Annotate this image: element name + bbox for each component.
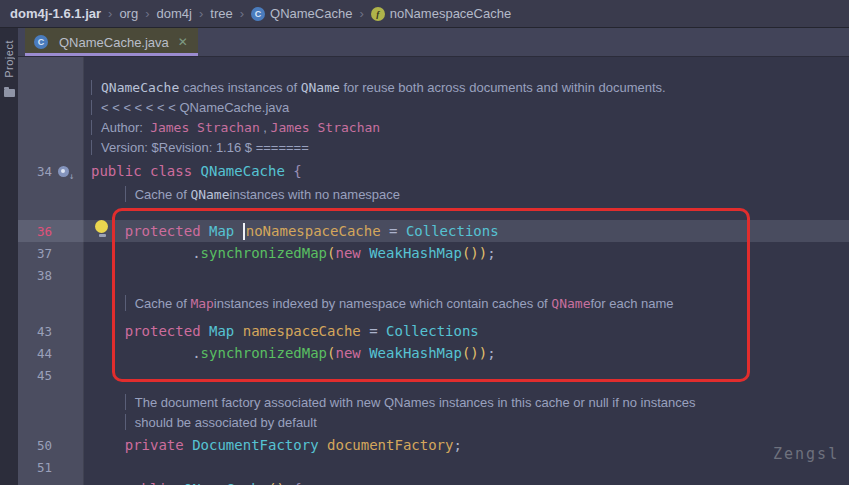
line-number[interactable]: 37 [30, 246, 52, 261]
doc-comment-line[interactable]: Version: $Revision: 1.16 $ ======= [18, 137, 849, 157]
code-editor[interactable]: QNameCache caches instances of QName for… [18, 57, 849, 485]
code-line-43[interactable]: 43 protected Map namespaceCache = Collec… [18, 320, 849, 342]
gutter-cell[interactable]: 38 [18, 268, 84, 283]
code-line-45[interactable]: 45 [18, 364, 849, 386]
line-content[interactable]: QNameCache caches instances of QName for… [84, 80, 849, 95]
code-line-37[interactable]: 37 .synchronizedMap(new WeakHashMap()); [18, 242, 849, 264]
line-number[interactable]: 38 [30, 268, 52, 283]
doc-comment-line[interactable]: should be associated by default [18, 412, 849, 432]
gutter-cell[interactable] [18, 415, 84, 429]
doc-comment-line[interactable]: Cache of QNameinstances with no namespac… [18, 184, 849, 204]
breadcrumb-separator-icon: › [138, 6, 156, 21]
gutter-cell[interactable]: 51 [18, 460, 84, 475]
line-content[interactable]: Cache of QNameinstances with no namespac… [84, 186, 849, 202]
token-plain: ; [453, 437, 461, 453]
code-line-34[interactable]: 34public class QNameCache { [18, 160, 849, 182]
code-line-50[interactable]: 50 private DocumentFactory documentFacto… [18, 434, 849, 456]
project-tool-window-button[interactable]: Project [3, 40, 15, 78]
breadcrumb-item-qnamecache[interactable]: CQNameCache [251, 6, 352, 21]
intention-bulb-icon[interactable] [95, 220, 109, 237]
code-line-38[interactable]: 38 [18, 264, 849, 286]
line-content[interactable]: The document factory associated with new… [84, 394, 849, 410]
token-paren: ( [327, 245, 335, 261]
doc-comment-line[interactable]: Cache of Mapinstances indexed by namespa… [18, 293, 849, 313]
editor-column: C QNameCache.java ✕ QNameCache caches in… [18, 28, 849, 485]
overridden-marker-icon[interactable] [58, 166, 69, 177]
tab-close-icon[interactable]: ✕ [178, 35, 188, 49]
line-number[interactable]: 50 [30, 438, 52, 453]
code-line-51[interactable]: 51 [18, 456, 849, 478]
gutter-cell[interactable] [18, 140, 84, 154]
line-number[interactable]: 36 [30, 224, 52, 239]
token-doclink: James Strachan [271, 120, 381, 135]
gutter-icon-slot [55, 100, 71, 114]
overridden-marker-icon[interactable] [55, 164, 71, 178]
token-ind [91, 295, 125, 311]
line-content[interactable]: private DocumentFactory documentFactory; [84, 437, 849, 453]
gutter-cell[interactable]: 43 [18, 324, 84, 339]
gutter-icon-slot [55, 346, 71, 360]
token-paren: () [268, 481, 285, 485]
gutter-cell[interactable] [18, 120, 84, 134]
line-number[interactable]: 43 [30, 324, 52, 339]
breadcrumb: dom4j-1.6.1.jar›org›dom4j›tree›CQNameCac… [0, 0, 849, 28]
gutter-cell[interactable]: 37 [18, 246, 84, 261]
doc-comment-line[interactable]: The document factory associated with new… [18, 392, 849, 412]
line-number[interactable]: 52 [30, 482, 52, 485]
line-number[interactable]: 44 [30, 346, 52, 361]
token-brace: { [293, 163, 301, 179]
token-cls: DocumentFactory [192, 437, 318, 453]
token-doc: Version: $Revision: 1.16 $ ======= [101, 140, 309, 155]
token-doccode: QName [190, 187, 229, 202]
token-doc: Cache of [135, 296, 191, 311]
line-number[interactable]: 34 [30, 164, 52, 179]
breadcrumb-item-org[interactable]: org [119, 6, 138, 21]
gutter-cell[interactable]: 50 [18, 438, 84, 453]
gutter-cell[interactable] [18, 395, 84, 409]
line-number[interactable]: 51 [30, 460, 52, 475]
line-content[interactable]: Author: James Strachan , James Strachan [84, 120, 849, 135]
doc-comment-line[interactable]: < < < < < < < QNameCache.java [18, 97, 849, 117]
line-content[interactable]: protected Map noNamespaceCache = Collect… [84, 223, 849, 240]
gutter-cell[interactable]: 45 [18, 368, 84, 383]
gutter-cell[interactable]: 44 [18, 346, 84, 361]
ide-window: dom4j-1.6.1.jar›org›dom4j›tree›CQNameCac… [0, 0, 849, 485]
token-doc: instances indexed by namespace which con… [214, 296, 551, 311]
gutter-cell[interactable]: 52 [18, 482, 84, 485]
token-plain [285, 481, 293, 485]
gutter-cell[interactable]: 34 [18, 164, 84, 179]
code-line-36[interactable]: 36 protected Map noNamespaceCache = Coll… [18, 220, 849, 242]
line-content[interactable]: .synchronizedMap(new WeakHashMap()); [84, 345, 849, 361]
doc-guide-line [91, 80, 92, 95]
gutter-cell[interactable] [18, 100, 84, 114]
code-line-52[interactable]: 52 public QNameCache() { [18, 478, 849, 485]
line-content[interactable]: should be associated by default [84, 414, 849, 430]
token-doc: for each name [590, 296, 673, 311]
code-line-44[interactable]: 44 .synchronizedMap(new WeakHashMap()); [18, 342, 849, 364]
line-number[interactable]: 45 [30, 368, 52, 383]
doc-guide-line [91, 100, 92, 115]
token-ind [91, 186, 125, 202]
line-content[interactable]: Cache of Mapinstances indexed by namespa… [84, 295, 849, 311]
line-content[interactable]: public QNameCache() { [84, 481, 849, 485]
line-content[interactable]: .synchronizedMap(new WeakHashMap()); [84, 245, 849, 261]
gutter-cell[interactable]: 36 [18, 224, 84, 239]
token-cls: Collections [386, 323, 479, 339]
doc-comment-line[interactable]: QNameCache caches instances of QName for… [18, 77, 849, 97]
token-kw: protected [125, 223, 209, 239]
gutter-cell[interactable] [18, 80, 84, 94]
tab-qnamecache-java[interactable]: C QNameCache.java ✕ [25, 28, 198, 56]
gutter-cell[interactable] [18, 296, 84, 310]
line-content[interactable]: public class QNameCache { [84, 163, 849, 179]
breadcrumb-item-tree[interactable]: tree [210, 6, 232, 21]
doc-comment-line[interactable]: Author: James Strachan , James Strachan [18, 117, 849, 137]
breadcrumb-item-dom4j-1-6-1-jar[interactable]: dom4j-1.6.1.jar [10, 6, 101, 21]
line-content[interactable]: protected Map namespaceCache = Collectio… [84, 323, 849, 339]
gutter-icon-slot [55, 395, 71, 409]
gutter-cell[interactable] [18, 187, 84, 201]
breadcrumb-item-dom4j[interactable]: dom4j [157, 6, 192, 21]
line-content[interactable]: < < < < < < < QNameCache.java [84, 100, 849, 115]
token-field: noNamespaceCache [246, 223, 381, 239]
line-content[interactable]: Version: $Revision: 1.16 $ ======= [84, 140, 849, 155]
breadcrumb-item-nonamespacecache[interactable]: fnoNamespaceCache [371, 6, 511, 21]
